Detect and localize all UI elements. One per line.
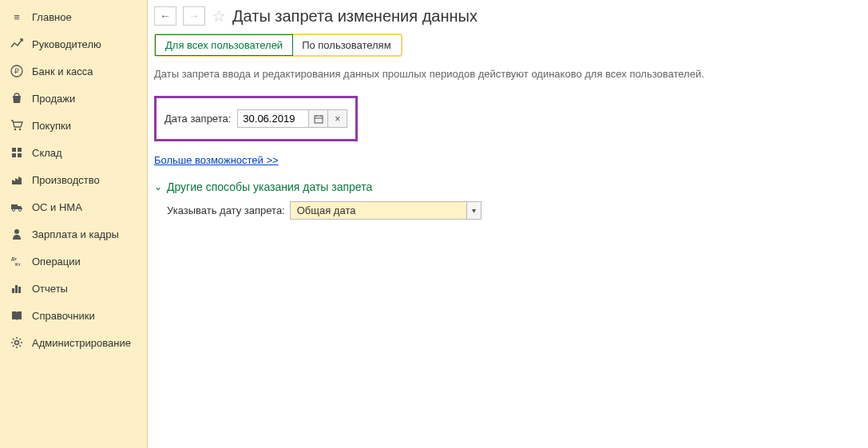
chart-icon (10, 37, 24, 51)
page-title: Даты запрета изменения данных (232, 7, 478, 26)
description-text: Даты запрета ввода и редактирования данн… (154, 68, 868, 80)
close-icon: × (335, 113, 340, 125)
sidebar-item-manager[interactable]: Руководителю (0, 30, 147, 57)
svg-point-17 (15, 341, 19, 345)
sidebar-item-bank[interactable]: ₽ Банк и касса (0, 57, 147, 85)
svg-text:₽: ₽ (14, 67, 19, 75)
section-title: Другие способы указания даты запрета (167, 180, 372, 193)
prohibit-date-block: Дата запрета: × (154, 96, 358, 141)
favorite-star-icon[interactable]: ☆ (212, 6, 226, 26)
calendar-icon (314, 114, 323, 124)
sidebar-item-label: Банк и касса (32, 65, 93, 77)
specify-label: Указывать дату запрета: (167, 204, 285, 216)
main-content: ← → ☆ Даты запрета изменения данных Для … (148, 0, 868, 448)
svg-text:Дт: Дт (11, 256, 17, 261)
svg-point-3 (19, 129, 22, 131)
svg-rect-7 (18, 153, 22, 157)
specify-date-row: Указывать дату запрета: Общая дата ▾ (154, 201, 868, 220)
svg-rect-15 (15, 285, 18, 293)
tab-all-users[interactable]: Для всех пользователей (155, 34, 293, 56)
person-icon (10, 227, 24, 241)
sidebar-item-label: Производство (32, 174, 100, 186)
tab-by-users[interactable]: По пользователям (292, 35, 400, 55)
gear-icon (10, 335, 24, 350)
factory-icon (10, 172, 24, 187)
tabs: Для всех пользователей По пользователям (154, 34, 402, 57)
sidebar-item-label: Покупки (32, 120, 71, 132)
sidebar-item-label: Зарплата и кадры (32, 228, 119, 240)
nav-back-button[interactable]: ← (154, 6, 176, 26)
sidebar-item-reports[interactable]: Отчеты (0, 275, 147, 302)
sidebar-item-salary[interactable]: Зарплата и кадры (0, 220, 147, 248)
sidebar: ≡ Главное Руководителю ₽ Банк и касса Пр… (0, 0, 148, 448)
sidebar-item-label: Продажи (32, 93, 75, 105)
svg-rect-14 (12, 288, 14, 293)
sidebar-item-label: Отчеты (32, 283, 68, 295)
ruble-icon: ₽ (10, 64, 24, 78)
sidebar-item-operations[interactable]: ДтКт Операции (0, 248, 147, 275)
sidebar-item-sales[interactable]: Продажи (0, 85, 147, 112)
menu-icon: ≡ (10, 10, 24, 24)
specify-select[interactable]: Общая дата ▾ (290, 201, 482, 220)
svg-rect-5 (18, 148, 22, 152)
book-icon (10, 308, 24, 323)
sidebar-item-warehouse[interactable]: Склад (0, 139, 147, 166)
svg-rect-16 (18, 287, 21, 293)
operations-icon: ДтКт (10, 254, 24, 268)
sidebar-item-label: ОС и НМА (32, 201, 82, 213)
svg-point-9 (13, 209, 15, 212)
sidebar-item-label: Руководителю (32, 38, 101, 50)
chevron-down-icon: ⌄ (154, 181, 162, 192)
sidebar-item-label: Администрирование (32, 337, 131, 349)
select-value: Общая дата (291, 202, 466, 219)
svg-rect-6 (12, 153, 16, 157)
svg-rect-8 (11, 204, 18, 209)
page-header: ← → ☆ Даты запрета изменения данных (154, 6, 868, 26)
svg-point-10 (19, 209, 22, 212)
sidebar-item-assets[interactable]: ОС и НМА (0, 193, 147, 220)
svg-rect-4 (12, 148, 16, 152)
sidebar-item-main[interactable]: ≡ Главное (0, 3, 147, 30)
sidebar-item-references[interactable]: Справочники (0, 302, 147, 329)
calendar-button[interactable] (309, 109, 328, 128)
sidebar-item-label: Операции (32, 256, 81, 268)
sidebar-item-label: Склад (32, 147, 62, 159)
sidebar-item-purchases[interactable]: Покупки (0, 112, 147, 139)
other-methods-section-header[interactable]: ⌄ Другие способы указания даты запрета (154, 180, 868, 193)
svg-rect-18 (315, 116, 323, 123)
date-input-group: × (237, 109, 347, 128)
prohibit-date-input[interactable] (237, 109, 309, 128)
grid-icon (10, 145, 24, 160)
bag-icon (10, 91, 24, 105)
prohibit-date-label: Дата запрета: (164, 113, 231, 125)
bars-icon (10, 281, 24, 295)
nav-forward-button[interactable]: → (183, 6, 205, 26)
more-options-link[interactable]: Больше возможностей >> (154, 154, 279, 166)
cart-icon (10, 118, 24, 133)
svg-point-11 (14, 229, 19, 234)
sidebar-item-label: Справочники (32, 310, 95, 322)
clear-button[interactable]: × (328, 109, 347, 128)
dropdown-arrow-icon: ▾ (466, 202, 481, 219)
sidebar-item-production[interactable]: Производство (0, 166, 147, 193)
svg-text:Кт: Кт (15, 262, 21, 267)
sidebar-item-admin[interactable]: Администрирование (0, 329, 147, 356)
sidebar-item-label: Главное (32, 11, 72, 23)
truck-icon (10, 200, 24, 214)
svg-point-2 (14, 129, 17, 131)
